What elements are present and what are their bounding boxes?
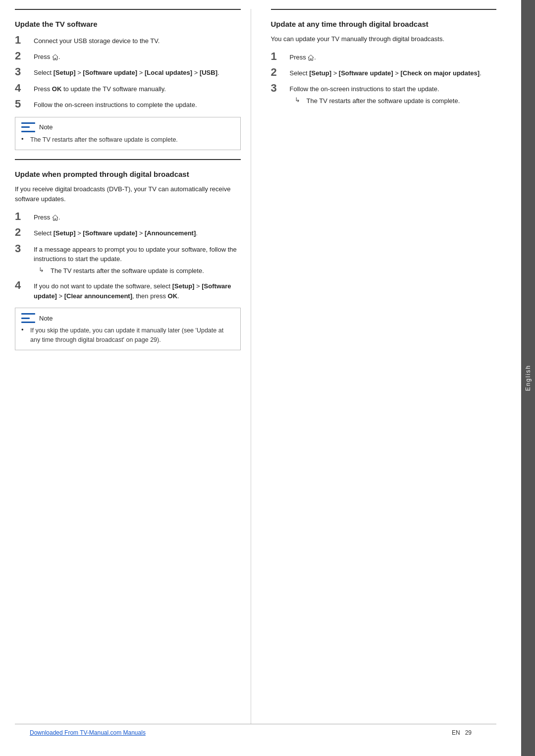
footer-link[interactable]: Downloaded From TV-Manual.com Manuals: [30, 729, 146, 736]
note-text: The TV restarts after the software updat…: [30, 135, 178, 145]
step-text: Press .: [290, 51, 316, 62]
arrow-item: ↳ The TV restarts after the software upd…: [295, 96, 460, 106]
bullet-symbol: •: [21, 326, 28, 333]
footer: Downloaded From TV-Manual.com Manuals EN…: [15, 724, 496, 741]
step-number: 3: [15, 243, 30, 255]
note-header: Note: [21, 313, 234, 323]
step-item: 3 Follow the on-screen instructions to s…: [271, 82, 497, 106]
note-bar: [21, 131, 35, 132]
step-text: Follow the on-screen instructions to com…: [34, 98, 197, 110]
section3-intro: You can update your TV manually through …: [271, 34, 497, 45]
step-number: 2: [15, 226, 30, 238]
note-bar: [21, 318, 30, 319]
home-icon: [52, 215, 58, 221]
step-text: Select [Setup] > [Software update] > [An…: [34, 226, 198, 238]
step-number: 5: [15, 98, 30, 110]
note-bar: [21, 322, 35, 323]
note-bar: [21, 122, 35, 124]
arrow-symbol: ↳: [39, 266, 49, 273]
note-text: If you skip the update, you can update i…: [30, 326, 234, 345]
note-bullet: • If you skip the update, you can update…: [21, 326, 234, 345]
footer-page-num: 29: [465, 729, 472, 736]
page: English Update the TV software 1 Connect…: [0, 0, 535, 756]
step-number: 1: [271, 51, 286, 62]
step-item: 4 If you do not want to update the softw…: [15, 279, 241, 301]
section3-title: Update at any time through digital broad…: [271, 15, 497, 28]
step-number: 4: [15, 82, 30, 94]
step-number: 4: [15, 279, 30, 291]
step-number: 2: [15, 50, 30, 62]
step-number: 1: [15, 34, 30, 46]
step-item: 3 If a message appears to prompt you to …: [15, 243, 241, 276]
note-icon: [21, 122, 35, 132]
footer-page-label: EN: [452, 729, 460, 736]
section1-steps: 1 Connect your USB storage device to the…: [15, 34, 241, 110]
step-text: Press .: [34, 211, 60, 222]
step-number: 2: [271, 66, 286, 78]
section1-title: Update the TV software: [15, 15, 241, 28]
note-box-1: Note • The TV restarts after the softwar…: [15, 117, 241, 150]
step-item: 1 Press .: [271, 51, 497, 62]
step-item: 2 Press .: [15, 50, 241, 62]
step-item: 5 Follow the on-screen instructions to c…: [15, 98, 241, 110]
section2-steps: 1 Press . 2 Select [Setup] > [Software u…: [15, 211, 241, 301]
bullet-symbol: •: [21, 135, 28, 143]
step-item: 1 Connect your USB storage device to the…: [15, 34, 241, 46]
arrow-text: The TV restarts after the software updat…: [307, 96, 460, 106]
note-bullet: • The TV restarts after the software upd…: [21, 135, 234, 145]
section1-divider: [15, 9, 241, 10]
note-icon: [21, 313, 35, 323]
step-item: 4 Press OK to update the TV software man…: [15, 82, 241, 94]
step-item: 2 Select [Setup] > [Software update] > […: [271, 66, 497, 78]
step-text: Select [Setup] > [Software update] > [Ch…: [290, 66, 482, 78]
columns: Update the TV software 1 Connect your US…: [15, 9, 496, 724]
step-number: 1: [15, 211, 30, 222]
svg-marker-2: [308, 55, 314, 60]
home-icon: [52, 54, 58, 60]
svg-marker-0: [53, 54, 58, 60]
note-box-2: Note • If you skip the update, you can u…: [15, 308, 241, 350]
section2-divider: [15, 159, 241, 160]
note-header: Note: [21, 122, 234, 132]
step-number: 3: [15, 66, 30, 78]
step-text: Select [Setup] > [Software update] > [Lo…: [34, 66, 219, 78]
step-text: Follow the on-screen instructions to sta…: [290, 82, 460, 94]
left-column: Update the TV software 1 Connect your US…: [15, 9, 251, 724]
step-text: Press OK to update the TV software manua…: [34, 82, 166, 94]
step-text: Connect your USB storage device to the T…: [34, 34, 160, 46]
sidebar-label: English: [525, 365, 532, 391]
arrow-symbol: ↳: [295, 96, 305, 104]
step-item: 2 Select [Setup] > [Software update] > […: [15, 226, 241, 238]
arrow-item: ↳ The TV restarts after the software upd…: [39, 266, 241, 276]
section2-intro: If you receive digital broadcasts (DVB-T…: [15, 184, 241, 205]
step-text: If you do not want to update the softwar…: [34, 279, 241, 301]
section3-divider: [271, 9, 497, 10]
step-text: If a message appears to prompt you to up…: [34, 243, 241, 264]
section2-title: Update when prompted through digital bro…: [15, 165, 241, 178]
note-bar: [21, 126, 30, 128]
footer-page: EN 29: [452, 729, 472, 736]
arrow-text: The TV restarts after the software updat…: [51, 266, 204, 276]
step-text: Press .: [34, 50, 60, 62]
step-item: 1 Press .: [15, 211, 241, 222]
main-content: Update the TV software 1 Connect your US…: [0, 0, 521, 756]
svg-marker-1: [53, 215, 58, 220]
home-icon: [308, 54, 314, 61]
note-label: Note: [39, 315, 53, 322]
step-item: 3 Select [Setup] > [Software update] > […: [15, 66, 241, 78]
step-number: 3: [271, 82, 286, 94]
note-label: Note: [39, 123, 53, 131]
section3-steps: 1 Press . 2 Select [Setup] > [Software u…: [271, 51, 497, 106]
sidebar-tab: English: [521, 0, 535, 756]
note-bar: [21, 313, 35, 315]
right-column: Update at any time through digital broad…: [266, 9, 497, 724]
